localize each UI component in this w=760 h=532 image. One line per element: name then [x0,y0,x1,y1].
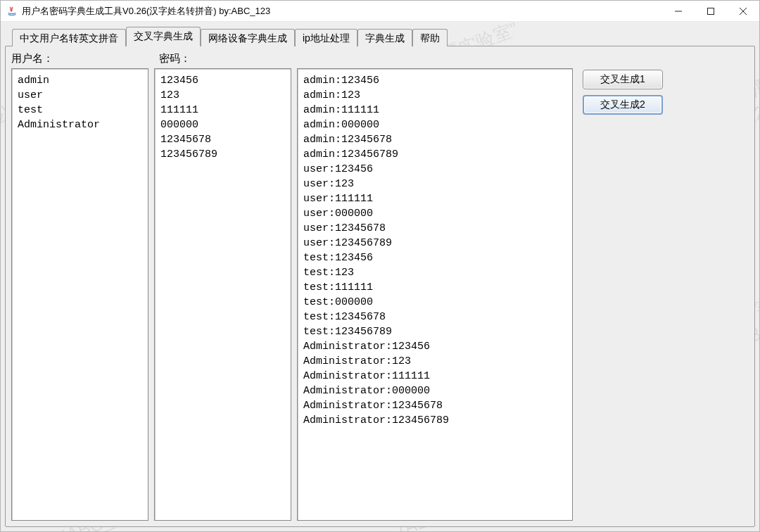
cross-generate-2-button[interactable]: 交叉生成2 [583,95,663,115]
minimize-button[interactable] [662,1,695,22]
labels-row: 用户名： 密码： [11,51,749,68]
client-area: 中文用户名转英文拼音 交叉字典生成 网络设备字典生成 ip地址处理 字典生成 帮… [1,22,759,531]
label-password: 密码： [159,52,300,65]
close-button[interactable] [727,1,759,22]
svg-rect-1 [708,8,714,14]
tab-network-dict[interactable]: 网络设备字典生成 [201,29,295,46]
output-textarea[interactable]: admin:123456 admin:123 admin:111111 admi… [297,68,573,521]
app-window: 用户名密码字典生成工具V0.26(汉字姓名转拼音) by:ABC_123 中文用… [0,0,760,532]
window-title: 用户名密码字典生成工具V0.26(汉字姓名转拼音) by:ABC_123 [22,5,662,18]
cross-generate-1-button[interactable]: 交叉生成1 [583,70,663,89]
passwords-textarea[interactable]: 123456 123 111111 000000 12345678 123456… [154,68,291,521]
titlebar: 用户名密码字典生成工具V0.26(汉字姓名转拼音) by:ABC_123 [1,1,759,22]
window-controls [662,1,759,22]
tab-dict-gen[interactable]: 字典生成 [357,29,412,46]
tab-help[interactable]: 帮助 [412,29,448,46]
tab-cross-dict[interactable]: 交叉字典生成 [126,27,201,46]
tab-ip-process[interactable]: ip地址处理 [295,29,357,46]
usernames-textarea[interactable]: admin user test Administrator [11,68,148,521]
content-row: admin user test Administrator 123456 123… [11,68,749,521]
maximize-button[interactable] [695,1,727,22]
label-username: 用户名： [11,52,159,65]
button-column: 交叉生成1 交叉生成2 [578,68,663,521]
tab-pinyin[interactable]: 中文用户名转英文拼音 [12,29,126,46]
tab-bar: 中文用户名转英文拼音 交叉字典生成 网络设备字典生成 ip地址处理 字典生成 帮… [12,26,755,46]
tab-panel-cross-dict: 用户名： 密码： admin user test Administrator 1… [5,46,755,527]
java-app-icon [6,6,18,17]
